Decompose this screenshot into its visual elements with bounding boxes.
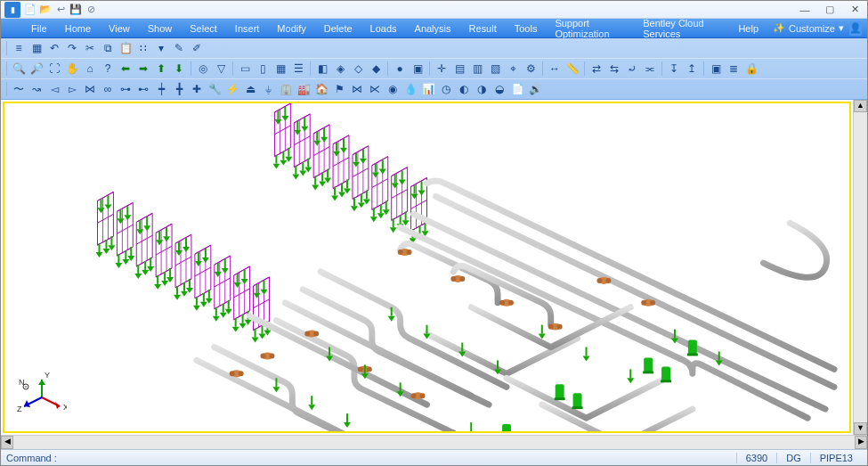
nav-help-icon[interactable]: ? (100, 61, 116, 77)
clip-icon[interactable]: ⊷ (135, 81, 151, 97)
qa-open-icon[interactable]: 📂 (39, 4, 52, 16)
cog-icon[interactable]: ⚙ (523, 61, 539, 77)
menu-result[interactable]: Result (460, 21, 506, 36)
load-1-icon[interactable]: ↧ (666, 61, 682, 77)
merge-icon[interactable]: ⫘ (642, 61, 658, 77)
edit-icon[interactable]: ✎ (171, 40, 187, 56)
menu-tools[interactable]: Tools (506, 21, 547, 36)
pan-icon[interactable]: ✋ (64, 61, 80, 77)
command-input[interactable] (61, 452, 736, 464)
grid-view-icon[interactable]: ▦ (272, 61, 288, 77)
group-icon[interactable]: ▣ (708, 61, 724, 77)
bolt-icon[interactable]: ⚡ (224, 81, 240, 97)
render-icon[interactable]: ◧ (314, 61, 330, 77)
drop-icon[interactable]: 💧 (402, 81, 418, 97)
zoom-out-icon[interactable]: 🔎 (28, 61, 45, 77)
menu-select[interactable]: Select (181, 21, 226, 36)
valve-1-icon[interactable]: ⋈ (349, 81, 365, 97)
menu-loads[interactable]: Loads (361, 21, 406, 36)
orbit-icon[interactable]: ◎ (195, 61, 211, 77)
add-icon[interactable]: ✚ (189, 81, 205, 97)
customize-button[interactable]: Customize ▾ (767, 22, 849, 34)
pump-icon[interactable]: ◉ (385, 81, 401, 97)
format-icon[interactable]: ∷ (135, 40, 151, 56)
home-icon[interactable]: ⌂ (82, 61, 98, 77)
brush-icon[interactable]: ✐ (189, 40, 205, 56)
lock-icon[interactable]: 🔒 (743, 61, 759, 77)
menu-help[interactable]: Help (729, 21, 767, 36)
gauge-icon[interactable]: ◷ (438, 81, 454, 97)
swap-icon[interactable]: ⋈ (82, 81, 98, 97)
menu-insert[interactable]: Insert (226, 21, 269, 36)
dropdown-icon[interactable]: ▾ (153, 40, 169, 56)
horizontal-scrollbar[interactable]: ◀ ▶ (1, 435, 867, 449)
grid-icon[interactable]: ▦ (28, 40, 45, 56)
sphere-icon[interactable]: ● (392, 61, 408, 77)
menu-delete[interactable]: Delete (315, 21, 361, 36)
sensor-1-icon[interactable]: ◐ (456, 81, 472, 97)
view-1-icon[interactable]: ▤ (451, 61, 467, 77)
home2-icon[interactable]: 🏠 (313, 81, 329, 97)
menu-bentley-cloud[interactable]: Bentley Cloud Services (634, 16, 729, 41)
connect-1-icon[interactable]: ⇄ (588, 61, 604, 77)
nav-down-icon[interactable]: ⬇ (171, 61, 187, 77)
analyze-icon[interactable]: 📊 (420, 81, 436, 97)
path-icon[interactable]: ↝ (28, 81, 45, 97)
paste-icon[interactable]: 📋 (118, 40, 134, 56)
measure-icon[interactable]: ↔ (547, 61, 563, 77)
flip-icon[interactable]: ⤾ (624, 61, 640, 77)
qa-new-file-icon[interactable]: 📄 (24, 4, 37, 16)
menu-view[interactable]: View (100, 21, 139, 36)
undo-icon[interactable]: ↶ (46, 40, 62, 56)
plant-icon[interactable]: 🏭 (296, 81, 312, 97)
flag-icon[interactable]: ⚑ (331, 81, 347, 97)
align-icon[interactable]: ≡ (11, 40, 27, 56)
qa-print-icon[interactable]: ↩ (54, 4, 67, 16)
attach-icon[interactable]: ⊶ (118, 81, 134, 97)
pipe-icon[interactable]: ┿ (153, 81, 169, 97)
support-1-icon[interactable]: ⏏ (242, 81, 258, 97)
window-2-icon[interactable]: ▯ (255, 61, 271, 77)
list-icon[interactable]: ☰ (290, 61, 306, 77)
ruler-icon[interactable]: 📏 (564, 61, 580, 77)
cube-1-icon[interactable]: ◈ (332, 61, 348, 77)
link-icon[interactable]: 〜 (11, 81, 27, 97)
menu-home[interactable]: Home (56, 21, 100, 36)
minimize-button[interactable]: — (796, 4, 814, 16)
scroll-up-icon[interactable]: ▲ (854, 100, 867, 112)
wrench-icon[interactable]: 🔧 (207, 81, 223, 97)
cube-3-icon[interactable]: ◆ (368, 61, 384, 77)
load-2-icon[interactable]: ↥ (684, 61, 700, 77)
redo-icon[interactable]: ↷ (64, 40, 80, 56)
menu-file[interactable]: File (22, 21, 56, 36)
qa-save-icon[interactable]: 💾 (69, 4, 82, 16)
copy-icon[interactable]: ⧉ (100, 40, 116, 56)
sensor-3-icon[interactable]: ◒ (491, 81, 507, 97)
menu-support-optimization[interactable]: Support Optimization (546, 16, 634, 41)
sound-icon[interactable]: 🔊 (527, 81, 543, 97)
sensor-2-icon[interactable]: ◑ (474, 81, 490, 97)
nav-left-icon[interactable]: ⬅ (118, 61, 134, 77)
vertical-scrollbar[interactable]: ▲ ▼ (853, 100, 867, 435)
close-button[interactable]: ✕ (846, 4, 864, 16)
target-icon[interactable]: ⌖ (505, 61, 521, 77)
report-icon[interactable]: 📄 (509, 81, 525, 97)
layer-icon[interactable]: ≣ (726, 61, 742, 77)
maximize-button[interactable]: ▢ (821, 4, 839, 16)
joint-icon[interactable]: ╋ (171, 81, 187, 97)
support-2-icon[interactable]: ⏚ (260, 81, 276, 97)
arrow-r-icon[interactable]: ▻ (64, 81, 80, 97)
scroll-left-icon[interactable]: ◀ (1, 436, 13, 449)
menu-analysis[interactable]: Analysis (406, 21, 460, 36)
nav-right-icon[interactable]: ➡ (135, 61, 151, 77)
menu-modify[interactable]: Modify (268, 21, 314, 36)
valve-2-icon[interactable]: ⋉ (367, 81, 383, 97)
cone-icon[interactable]: ▽ (213, 61, 229, 77)
connect-2-icon[interactable]: ⇆ (606, 61, 622, 77)
bldg-icon[interactable]: 🏢 (278, 81, 294, 97)
cut-icon[interactable]: ✂ (82, 40, 98, 56)
nav-up-icon[interactable]: ⬆ (153, 61, 169, 77)
user-avatar[interactable] (849, 21, 862, 36)
qa-close-icon[interactable]: ⊘ (85, 4, 97, 16)
view-2-icon[interactable]: ▥ (469, 61, 485, 77)
